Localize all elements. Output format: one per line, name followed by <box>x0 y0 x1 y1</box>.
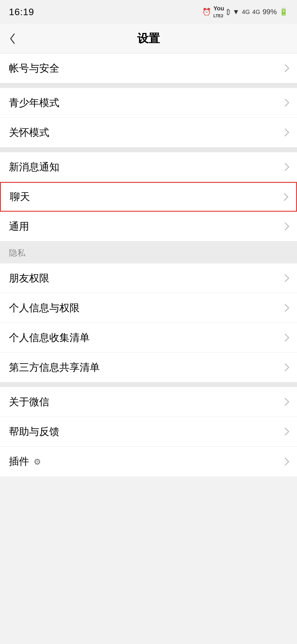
chevron-right-icon <box>282 459 288 464</box>
wifi-icon: ▼ <box>233 8 240 16</box>
menu-item-label: 个人信息收集清单 <box>9 331 90 345</box>
status-time: 16:19 <box>9 7 34 18</box>
battery-percentage: 99% <box>263 8 277 16</box>
menu-item-plugins[interactable]: 插件 ⚙ <box>0 447 297 476</box>
menu-item-label: 关怀模式 <box>9 126 49 139</box>
menu-item-personal-info[interactable]: 个人信息与权限 <box>0 293 297 323</box>
chevron-right-icon <box>282 305 288 311</box>
chevron-right-icon <box>282 194 287 200</box>
menu-item-label: 新消息通知 <box>9 160 59 174</box>
menu-item-third-party-sharing[interactable]: 第三方信息共享清单 <box>0 353 297 382</box>
chevron-right-icon <box>282 399 288 405</box>
chevron-right-icon <box>282 275 288 281</box>
chevron-right-icon <box>282 164 288 170</box>
plugin-settings-icon: ⚙ <box>34 457 41 466</box>
section-divider-2 <box>0 147 297 152</box>
chevron-right-icon <box>282 100 288 106</box>
section-divider-1 <box>0 83 297 88</box>
menu-item-personal-collection[interactable]: 个人信息收集清单 <box>0 323 297 353</box>
back-button[interactable] <box>9 33 16 45</box>
menu-item-account-security[interactable]: 帐号与安全 <box>0 54 297 83</box>
chevron-right-icon <box>282 429 288 434</box>
4g-icon-2: 4G <box>252 9 260 15</box>
menu-item-chat[interactable]: 聊天 <box>0 182 297 212</box>
menu-item-label: 帐号与安全 <box>9 62 59 75</box>
menu-item-label: 个人信息与权限 <box>9 301 80 315</box>
menu-item-care-mode[interactable]: 关怀模式 <box>0 118 297 147</box>
menu-item-label: 通用 <box>9 220 29 233</box>
chevron-right-icon <box>282 65 288 71</box>
menu-item-label: 朋友权限 <box>9 271 49 285</box>
menu-item-label: 第三方信息共享清单 <box>9 361 100 374</box>
signal-icon-1: YouLTE2 <box>214 5 224 19</box>
page-title: 设置 <box>137 31 160 46</box>
menu-item-youth-mode[interactable]: 青少年模式 <box>0 88 297 118</box>
status-icons: ⏰ YouLTE2 ₿ ▼ 4G 4G 99% 🔋 <box>202 5 288 19</box>
4g-icon: 4G <box>242 9 250 15</box>
menu-item-label: 青少年模式 <box>9 96 59 110</box>
menu-item-general[interactable]: 通用 <box>0 212 297 241</box>
menu-item-help-feedback[interactable]: 帮助与反馈 <box>0 417 297 447</box>
privacy-section-header: 隐私 <box>0 241 297 263</box>
menu-item-about-wechat[interactable]: 关于微信 <box>0 387 297 417</box>
status-bar: 16:19 ⏰ YouLTE2 ₿ ▼ 4G 4G 99% 🔋 <box>0 0 297 24</box>
battery-icon: 🔋 <box>279 8 288 16</box>
chevron-right-icon <box>282 335 288 340</box>
alarm-icon: ⏰ <box>202 8 211 16</box>
section-divider-3 <box>0 382 297 387</box>
bluetooth-icon: ₿ <box>227 8 230 16</box>
privacy-label: 隐私 <box>9 248 26 257</box>
menu-item-friend-permissions[interactable]: 朋友权限 <box>0 263 297 293</box>
menu-item-notification[interactable]: 新消息通知 <box>0 152 297 182</box>
menu-item-label: 聊天 <box>10 190 30 204</box>
menu-item-label: 插件 ⚙ <box>9 455 41 468</box>
menu-item-label: 关于微信 <box>9 395 49 409</box>
menu-item-label: 帮助与反馈 <box>9 425 59 439</box>
chevron-right-icon <box>282 365 288 370</box>
chevron-right-icon <box>282 130 288 135</box>
chevron-right-icon <box>282 224 288 229</box>
nav-bar: 设置 <box>0 24 297 54</box>
